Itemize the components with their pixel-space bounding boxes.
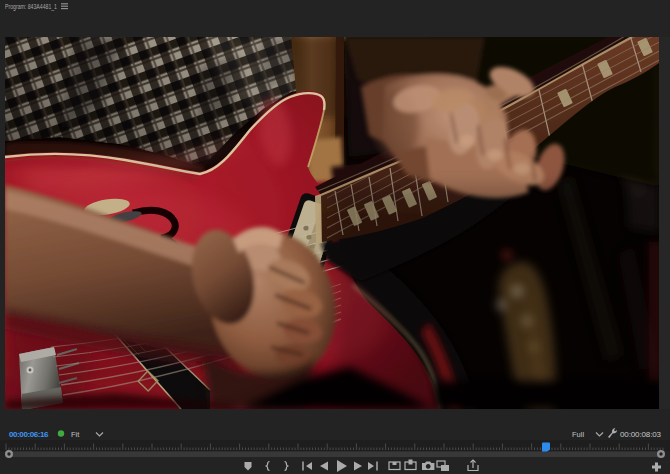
svg-text:Full: Full (572, 430, 584, 439)
svg-text:00:00:08:03: 00:00:08:03 (620, 430, 662, 439)
svg-text:00:00:06:16: 00:00:06:16 (9, 430, 49, 439)
svg-text:Program: 843A4481_1: Program: 843A4481_1 (5, 2, 57, 11)
svg-text:Fit: Fit (71, 430, 80, 439)
